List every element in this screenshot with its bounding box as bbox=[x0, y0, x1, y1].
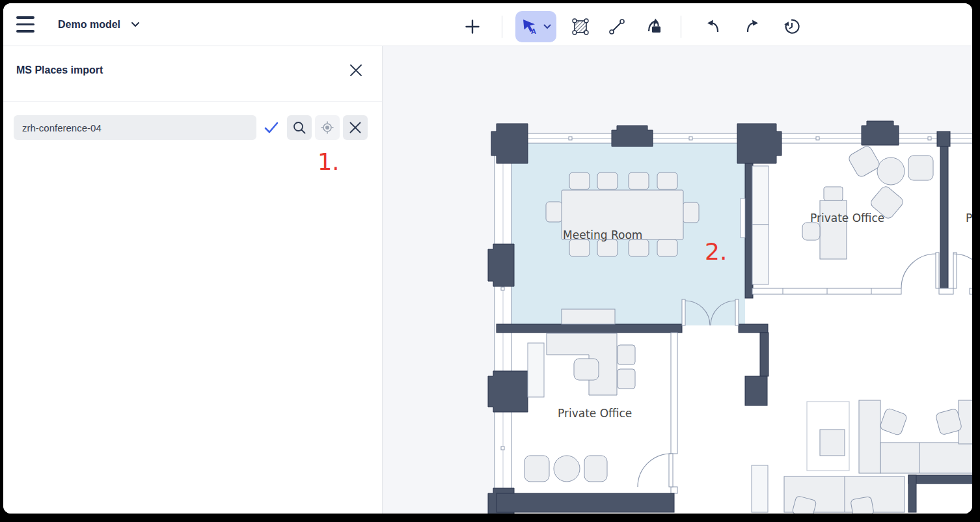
redo-button[interactable] bbox=[741, 17, 761, 36]
panel-divider bbox=[3, 101, 382, 102]
add-button[interactable] bbox=[463, 17, 482, 36]
bottom-wall bbox=[497, 493, 674, 512]
ms-places-import-panel: MS Places import 1. bbox=[3, 46, 383, 514]
chevron-down-icon[interactable] bbox=[131, 21, 140, 28]
hatched-area-icon bbox=[571, 18, 590, 36]
svg-text:A: A bbox=[531, 27, 536, 34]
model-name[interactable]: Demo model bbox=[58, 19, 120, 31]
curtain-wall-top bbox=[497, 133, 972, 143]
annotation-2: 2. bbox=[705, 238, 727, 265]
redo-icon bbox=[742, 18, 759, 35]
panel-close-icon[interactable] bbox=[349, 63, 363, 77]
search-icon bbox=[292, 120, 306, 135]
place-name-input[interactable] bbox=[14, 115, 256, 140]
line-icon bbox=[608, 18, 626, 36]
toolbar: Demo model A bbox=[3, 3, 972, 46]
confirm-check-icon bbox=[264, 120, 279, 135]
floorplan-svg: Meeting Room 2. Private Office bbox=[383, 46, 972, 514]
lock-tool-button[interactable] bbox=[644, 17, 664, 36]
history-button[interactable] bbox=[782, 17, 802, 36]
hamburger-menu-icon[interactable] bbox=[16, 16, 34, 33]
private-office-top-label: Private Office bbox=[810, 212, 884, 225]
meeting-room-label: Meeting Room bbox=[563, 228, 642, 241]
cursor-lock-icon bbox=[645, 18, 663, 36]
cursor-a-icon: A bbox=[521, 19, 541, 34]
clear-button[interactable] bbox=[343, 115, 368, 140]
panel-title: MS Places import bbox=[16, 64, 103, 76]
toolbar-divider bbox=[502, 16, 502, 38]
undo-button[interactable] bbox=[705, 17, 724, 36]
private-office-bottom-label: Private Office bbox=[558, 407, 632, 420]
toolbar-divider bbox=[681, 16, 681, 38]
private-office-right-label: P bbox=[966, 212, 972, 225]
floorplan-canvas[interactable]: Meeting Room 2. Private Office bbox=[383, 46, 972, 514]
locate-target-icon bbox=[320, 120, 334, 135]
area-draw-tool-button[interactable] bbox=[571, 17, 590, 36]
search-button[interactable] bbox=[287, 115, 312, 140]
close-icon bbox=[349, 121, 362, 134]
corridor-partition-top bbox=[752, 288, 972, 294]
app-window: Demo model A bbox=[3, 3, 972, 514]
credenza[interactable] bbox=[562, 309, 615, 324]
line-draw-tool-button[interactable] bbox=[607, 17, 627, 36]
locate-button[interactable] bbox=[315, 115, 340, 140]
chevron-down-icon bbox=[543, 24, 551, 30]
undo-icon bbox=[706, 18, 723, 35]
plus-icon bbox=[465, 20, 480, 34]
annotation-1: 1. bbox=[318, 149, 339, 175]
history-clock-icon bbox=[783, 18, 801, 36]
select-tool-button[interactable]: A bbox=[515, 11, 556, 42]
